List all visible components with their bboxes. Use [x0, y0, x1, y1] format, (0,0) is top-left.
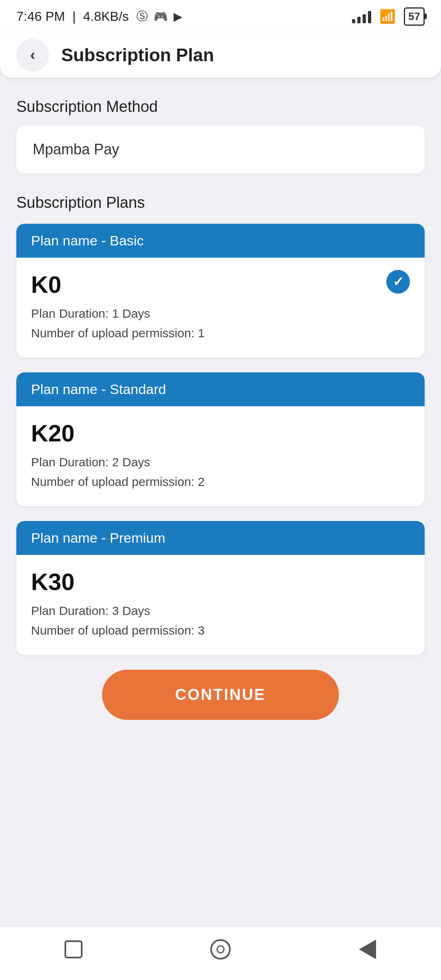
plan-price-basic: K0 — [31, 271, 410, 298]
plan-body-standard: K20 Plan Duration: 2 Days Number of uplo… — [16, 406, 425, 506]
signal-icon — [352, 9, 371, 23]
continue-button-wrapper: CONTINUE — [16, 670, 425, 720]
plan-card-basic[interactable]: Plan name - Basic K0 Plan Duration: 1 Da… — [16, 224, 425, 358]
back-nav-icon — [359, 940, 376, 959]
nav-recent-button[interactable] — [57, 933, 90, 966]
home-icon-inner — [216, 945, 225, 953]
plan-name-standard: Plan name - Standard — [31, 381, 166, 397]
nav-back-button[interactable] — [351, 933, 384, 966]
plan-selected-check-basic: ✓ — [386, 270, 410, 294]
plan-name-premium: Plan name - Premium — [31, 530, 165, 546]
youtube-icon: ▶ — [174, 10, 183, 23]
plan-price-standard: K20 — [31, 419, 410, 447]
plan-duration-standard: Plan Duration: 2 Days — [31, 452, 410, 472]
home-icon — [210, 939, 231, 960]
subscription-method-value: Mpamba Pay — [16, 125, 425, 174]
plan-header-premium: Plan name - Premium — [16, 521, 425, 555]
main-content: Subscription Method Mpamba Pay Subscript… — [0, 78, 441, 765]
plan-duration-premium: Plan Duration: 3 Days — [31, 601, 410, 621]
plan-body-premium: K30 Plan Duration: 3 Days Number of uplo… — [16, 555, 425, 655]
status-time: 7:46 PM — [16, 9, 65, 24]
back-arrow-icon: ‹ — [30, 47, 35, 64]
status-speed: 4.8KB/s — [83, 9, 129, 24]
checkmark-icon: ✓ — [393, 274, 404, 290]
plan-uploads-standard: Number of upload permission: 2 — [31, 472, 410, 492]
page-title: Subscription Plan — [61, 45, 214, 65]
game-icon: 🎮 — [154, 10, 168, 23]
battery-icon: 57 — [404, 7, 425, 26]
plan-uploads-basic: Number of upload permission: 1 — [31, 323, 410, 343]
status-divider: | — [72, 9, 76, 24]
status-time-speed: 7:46 PM | 4.8KB/s Ⓢ 🎮 ▶ — [16, 9, 183, 24]
header: ‹ Subscription Plan — [0, 33, 441, 78]
wifi-icon: 📶 — [379, 9, 396, 24]
back-button[interactable]: ‹ — [16, 39, 49, 71]
status-bar: 7:46 PM | 4.8KB/s Ⓢ 🎮 ▶ 📶 57 — [0, 0, 441, 33]
plan-body-basic: K0 Plan Duration: 1 Days Number of uploa… — [16, 258, 425, 358]
subscription-plans-label: Subscription Plans — [16, 194, 425, 212]
status-app-icons: Ⓢ 🎮 ▶ — [136, 9, 183, 24]
plan-card-standard[interactable]: Plan name - Standard K20 Plan Duration: … — [16, 372, 425, 506]
plan-price-premium: K30 — [31, 568, 410, 595]
skype-icon: Ⓢ — [136, 9, 148, 24]
plan-card-premium[interactable]: Plan name - Premium K30 Plan Duration: 3… — [16, 521, 425, 655]
plan-uploads-premium: Number of upload permission: 3 — [31, 621, 410, 640]
plan-header-standard: Plan name - Standard — [16, 372, 425, 406]
plan-header-basic: Plan name - Basic — [16, 224, 425, 258]
plan-duration-basic: Plan Duration: 1 Days — [31, 304, 410, 323]
recent-apps-icon — [65, 940, 82, 958]
status-right-icons: 📶 57 — [352, 7, 425, 26]
subscription-method-label: Subscription Method — [16, 98, 425, 116]
nav-home-button[interactable] — [204, 933, 237, 966]
nav-bar — [0, 927, 441, 980]
plan-name-basic: Plan name - Basic — [31, 233, 144, 248]
continue-button[interactable]: CONTINUE — [102, 670, 339, 720]
